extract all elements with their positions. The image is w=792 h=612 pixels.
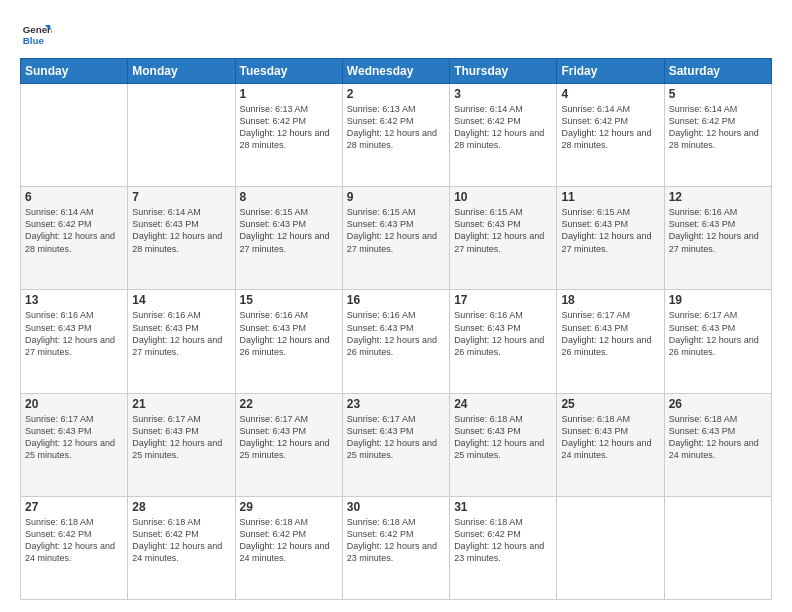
day-info: Sunrise: 6:18 AM Sunset: 6:42 PM Dayligh… [132, 516, 230, 565]
logo-icon: General Blue [20, 18, 52, 50]
day-number: 10 [454, 190, 552, 204]
calendar-header-row: SundayMondayTuesdayWednesdayThursdayFrid… [21, 59, 772, 84]
day-info: Sunrise: 6:18 AM Sunset: 6:42 PM Dayligh… [240, 516, 338, 565]
day-number: 17 [454, 293, 552, 307]
calendar-cell: 29Sunrise: 6:18 AM Sunset: 6:42 PM Dayli… [235, 496, 342, 599]
day-info: Sunrise: 6:17 AM Sunset: 6:43 PM Dayligh… [669, 309, 767, 358]
day-number: 19 [669, 293, 767, 307]
calendar-cell [664, 496, 771, 599]
day-number: 13 [25, 293, 123, 307]
calendar-table: SundayMondayTuesdayWednesdayThursdayFrid… [20, 58, 772, 600]
calendar-cell: 11Sunrise: 6:15 AM Sunset: 6:43 PM Dayli… [557, 187, 664, 290]
day-number: 24 [454, 397, 552, 411]
day-number: 9 [347, 190, 445, 204]
calendar-cell: 13Sunrise: 6:16 AM Sunset: 6:43 PM Dayli… [21, 290, 128, 393]
day-info: Sunrise: 6:14 AM Sunset: 6:42 PM Dayligh… [561, 103, 659, 152]
calendar-week-2: 6Sunrise: 6:14 AM Sunset: 6:42 PM Daylig… [21, 187, 772, 290]
day-info: Sunrise: 6:15 AM Sunset: 6:43 PM Dayligh… [347, 206, 445, 255]
day-info: Sunrise: 6:14 AM Sunset: 6:42 PM Dayligh… [25, 206, 123, 255]
day-info: Sunrise: 6:16 AM Sunset: 6:43 PM Dayligh… [454, 309, 552, 358]
calendar-cell: 18Sunrise: 6:17 AM Sunset: 6:43 PM Dayli… [557, 290, 664, 393]
svg-text:Blue: Blue [23, 35, 45, 46]
day-info: Sunrise: 6:16 AM Sunset: 6:43 PM Dayligh… [669, 206, 767, 255]
day-info: Sunrise: 6:16 AM Sunset: 6:43 PM Dayligh… [132, 309, 230, 358]
day-info: Sunrise: 6:18 AM Sunset: 6:43 PM Dayligh… [669, 413, 767, 462]
calendar-cell: 6Sunrise: 6:14 AM Sunset: 6:42 PM Daylig… [21, 187, 128, 290]
calendar-cell: 23Sunrise: 6:17 AM Sunset: 6:43 PM Dayli… [342, 393, 449, 496]
day-number: 15 [240, 293, 338, 307]
day-number: 11 [561, 190, 659, 204]
day-info: Sunrise: 6:15 AM Sunset: 6:43 PM Dayligh… [454, 206, 552, 255]
day-info: Sunrise: 6:15 AM Sunset: 6:43 PM Dayligh… [240, 206, 338, 255]
day-number: 16 [347, 293, 445, 307]
calendar-cell [557, 496, 664, 599]
day-number: 6 [25, 190, 123, 204]
day-info: Sunrise: 6:17 AM Sunset: 6:43 PM Dayligh… [561, 309, 659, 358]
calendar-cell: 17Sunrise: 6:16 AM Sunset: 6:43 PM Dayli… [450, 290, 557, 393]
calendar-cell: 5Sunrise: 6:14 AM Sunset: 6:42 PM Daylig… [664, 84, 771, 187]
calendar-week-1: 1Sunrise: 6:13 AM Sunset: 6:42 PM Daylig… [21, 84, 772, 187]
day-info: Sunrise: 6:14 AM Sunset: 6:43 PM Dayligh… [132, 206, 230, 255]
day-number: 21 [132, 397, 230, 411]
day-info: Sunrise: 6:18 AM Sunset: 6:42 PM Dayligh… [454, 516, 552, 565]
day-info: Sunrise: 6:18 AM Sunset: 6:42 PM Dayligh… [347, 516, 445, 565]
day-info: Sunrise: 6:14 AM Sunset: 6:42 PM Dayligh… [669, 103, 767, 152]
calendar-cell: 14Sunrise: 6:16 AM Sunset: 6:43 PM Dayli… [128, 290, 235, 393]
calendar-cell: 24Sunrise: 6:18 AM Sunset: 6:43 PM Dayli… [450, 393, 557, 496]
day-number: 7 [132, 190, 230, 204]
calendar-cell: 21Sunrise: 6:17 AM Sunset: 6:43 PM Dayli… [128, 393, 235, 496]
day-info: Sunrise: 6:13 AM Sunset: 6:42 PM Dayligh… [347, 103, 445, 152]
calendar-cell: 10Sunrise: 6:15 AM Sunset: 6:43 PM Dayli… [450, 187, 557, 290]
calendar-cell: 19Sunrise: 6:17 AM Sunset: 6:43 PM Dayli… [664, 290, 771, 393]
calendar-cell: 2Sunrise: 6:13 AM Sunset: 6:42 PM Daylig… [342, 84, 449, 187]
day-info: Sunrise: 6:17 AM Sunset: 6:43 PM Dayligh… [132, 413, 230, 462]
calendar-week-4: 20Sunrise: 6:17 AM Sunset: 6:43 PM Dayli… [21, 393, 772, 496]
day-info: Sunrise: 6:17 AM Sunset: 6:43 PM Dayligh… [240, 413, 338, 462]
calendar-cell: 31Sunrise: 6:18 AM Sunset: 6:42 PM Dayli… [450, 496, 557, 599]
day-info: Sunrise: 6:18 AM Sunset: 6:43 PM Dayligh… [454, 413, 552, 462]
day-info: Sunrise: 6:18 AM Sunset: 6:42 PM Dayligh… [25, 516, 123, 565]
weekday-header-saturday: Saturday [664, 59, 771, 84]
weekday-header-thursday: Thursday [450, 59, 557, 84]
day-info: Sunrise: 6:17 AM Sunset: 6:43 PM Dayligh… [347, 413, 445, 462]
day-number: 22 [240, 397, 338, 411]
calendar-cell: 4Sunrise: 6:14 AM Sunset: 6:42 PM Daylig… [557, 84, 664, 187]
calendar-week-3: 13Sunrise: 6:16 AM Sunset: 6:43 PM Dayli… [21, 290, 772, 393]
calendar-cell: 7Sunrise: 6:14 AM Sunset: 6:43 PM Daylig… [128, 187, 235, 290]
calendar-cell: 1Sunrise: 6:13 AM Sunset: 6:42 PM Daylig… [235, 84, 342, 187]
day-number: 31 [454, 500, 552, 514]
day-number: 14 [132, 293, 230, 307]
calendar-cell: 8Sunrise: 6:15 AM Sunset: 6:43 PM Daylig… [235, 187, 342, 290]
day-info: Sunrise: 6:15 AM Sunset: 6:43 PM Dayligh… [561, 206, 659, 255]
calendar-cell [128, 84, 235, 187]
day-number: 2 [347, 87, 445, 101]
day-info: Sunrise: 6:13 AM Sunset: 6:42 PM Dayligh… [240, 103, 338, 152]
day-number: 28 [132, 500, 230, 514]
calendar-cell: 16Sunrise: 6:16 AM Sunset: 6:43 PM Dayli… [342, 290, 449, 393]
calendar-cell: 20Sunrise: 6:17 AM Sunset: 6:43 PM Dayli… [21, 393, 128, 496]
weekday-header-wednesday: Wednesday [342, 59, 449, 84]
day-number: 3 [454, 87, 552, 101]
day-number: 20 [25, 397, 123, 411]
day-info: Sunrise: 6:16 AM Sunset: 6:43 PM Dayligh… [25, 309, 123, 358]
weekday-header-sunday: Sunday [21, 59, 128, 84]
calendar-cell: 28Sunrise: 6:18 AM Sunset: 6:42 PM Dayli… [128, 496, 235, 599]
weekday-header-tuesday: Tuesday [235, 59, 342, 84]
calendar-week-5: 27Sunrise: 6:18 AM Sunset: 6:42 PM Dayli… [21, 496, 772, 599]
calendar-cell: 12Sunrise: 6:16 AM Sunset: 6:43 PM Dayli… [664, 187, 771, 290]
day-number: 29 [240, 500, 338, 514]
day-info: Sunrise: 6:17 AM Sunset: 6:43 PM Dayligh… [25, 413, 123, 462]
calendar-cell: 15Sunrise: 6:16 AM Sunset: 6:43 PM Dayli… [235, 290, 342, 393]
calendar-cell: 22Sunrise: 6:17 AM Sunset: 6:43 PM Dayli… [235, 393, 342, 496]
day-number: 12 [669, 190, 767, 204]
day-info: Sunrise: 6:16 AM Sunset: 6:43 PM Dayligh… [347, 309, 445, 358]
weekday-header-friday: Friday [557, 59, 664, 84]
day-number: 25 [561, 397, 659, 411]
day-info: Sunrise: 6:16 AM Sunset: 6:43 PM Dayligh… [240, 309, 338, 358]
calendar-cell: 9Sunrise: 6:15 AM Sunset: 6:43 PM Daylig… [342, 187, 449, 290]
calendar-cell: 3Sunrise: 6:14 AM Sunset: 6:42 PM Daylig… [450, 84, 557, 187]
day-number: 5 [669, 87, 767, 101]
calendar-cell: 30Sunrise: 6:18 AM Sunset: 6:42 PM Dayli… [342, 496, 449, 599]
logo: General Blue [20, 18, 52, 50]
page-header: General Blue [20, 18, 772, 50]
